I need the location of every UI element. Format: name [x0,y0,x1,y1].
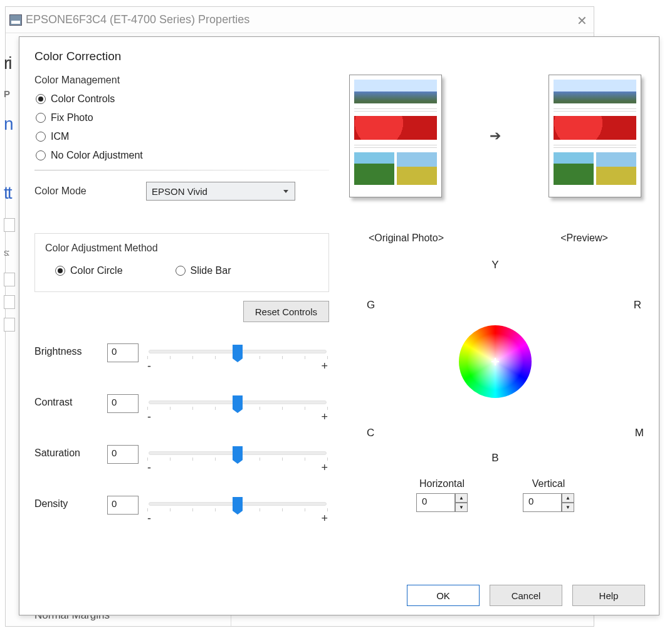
saturation-label: Saturation [34,445,100,459]
dialog-title: Color Correction [34,50,644,63]
original-photo-preview [349,75,442,197]
density-slider[interactable] [149,502,327,506]
radio-no-adjustment[interactable]: No Color Adjustment [34,146,329,165]
brightness-input[interactable]: 0 [107,343,139,362]
axis-m: M [635,427,644,439]
axis-c: C [367,427,374,439]
radio-icm[interactable]: ICM [34,127,329,146]
crosshair-icon [493,359,498,364]
color-wheel[interactable] [459,325,532,398]
cancel-button[interactable]: Cancel [490,585,562,606]
radio-fix-photo[interactable]: Fix Photo [34,108,329,127]
horizontal-input[interactable]: 0 [416,493,455,512]
preview-label: <Preview> [525,233,644,244]
color-wheel-area: Y G R C M B [347,261,644,462]
saturation-input[interactable]: 0 [107,445,139,464]
slider-thumb-icon[interactable] [233,446,243,460]
spin-down-icon[interactable]: ▼ [455,503,468,512]
axis-b: B [491,452,498,464]
vertical-label: Vertical [523,478,574,489]
radio-icon [36,150,46,160]
help-button[interactable]: Help [572,585,645,606]
document-icon [4,273,15,286]
adjustment-method-group: Color Adjustment Method Color Circle Sli… [34,233,329,292]
radio-icon [55,266,65,276]
density-input[interactable]: 0 [107,496,139,515]
slider-thumb-icon[interactable] [233,345,243,358]
printer-icon [9,14,22,26]
contrast-slider[interactable] [149,400,327,404]
brightness-row: Brightness 0 -+ [34,343,329,373]
slider-thumb-icon[interactable] [233,395,243,409]
radio-slide-bar[interactable]: Slide Bar [174,261,233,280]
density-label: Density [34,496,100,510]
radio-color-controls[interactable]: Color Controls [34,90,329,108]
color-mode-label: Color Mode [34,186,129,197]
parent-window-title: EPSONE6F3C4 (ET-4700 Series) Properties [26,13,249,26]
horizontal-label: Horizontal [416,478,468,489]
horizontal-spinner[interactable]: 0 ▲▼ [416,493,468,512]
close-icon[interactable]: ✕ [577,13,587,28]
brightness-slider[interactable] [149,350,327,353]
spin-down-icon[interactable]: ▼ [562,503,574,512]
saturation-row: Saturation 0 -+ [34,445,329,474]
axis-r: R [634,299,641,311]
spin-up-icon[interactable]: ▲ [455,493,468,503]
reset-controls-button[interactable]: Reset Controls [243,301,329,322]
vertical-input[interactable]: 0 [523,493,562,512]
axis-g: G [367,299,375,311]
adjustment-method-label: Color Adjustment Method [45,243,318,254]
spin-up-icon[interactable]: ▲ [562,493,574,503]
document-icon [4,318,15,332]
color-correction-dialog: Color Correction Color Management Color … [19,36,659,615]
parent-window-titlebar: EPSONE6F3C4 (ET-4700 Series) Properties … [6,7,594,33]
color-management-label: Color Management [34,75,329,86]
divider [34,170,329,170]
axis-y: Y [491,259,498,271]
saturation-slider[interactable] [149,451,327,455]
radio-icon [176,266,186,276]
arrow-right-icon: ➔ [490,128,501,144]
radio-icon [36,132,46,142]
brightness-label: Brightness [34,343,100,357]
density-row: Density 0 -+ [34,496,329,525]
original-label: <Original Photo> [347,233,466,244]
radio-color-circle[interactable]: Color Circle [54,261,124,280]
color-mode-select[interactable]: EPSON Vivid [146,182,295,201]
radio-icon [36,94,46,104]
contrast-row: Contrast 0 -+ [34,394,329,424]
contrast-input[interactable]: 0 [107,394,139,413]
radio-icon [36,113,46,123]
contrast-label: Contrast [34,394,100,408]
result-preview [549,75,641,197]
vertical-spinner[interactable]: 0 ▲▼ [523,493,574,512]
document-icon [4,218,15,232]
slider-thumb-icon[interactable] [233,497,243,511]
ok-button[interactable]: OK [407,585,480,606]
document-icon [4,295,15,309]
